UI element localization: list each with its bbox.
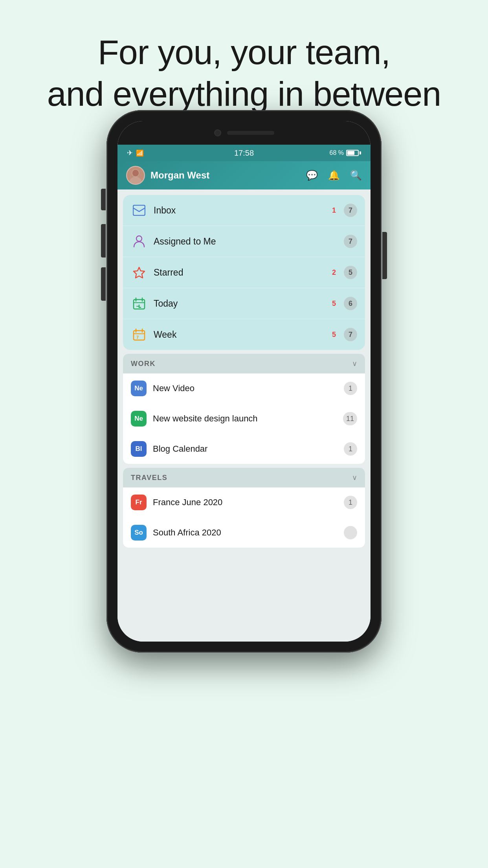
starred-label: Starred xyxy=(154,267,327,278)
new-website-count: 11 xyxy=(343,412,357,425)
status-left: ✈ 📶 xyxy=(127,149,144,157)
chat-icon[interactable]: 💬 xyxy=(306,170,318,181)
section-work: WORK ∨ Ne New Video 1 Ne xyxy=(123,354,365,464)
phone-screen: ✈ 📶 17:58 68 % xyxy=(117,121,371,642)
work-section-title: WORK xyxy=(131,360,156,368)
project-blog-calendar[interactable]: Bl Blog Calendar 1 xyxy=(123,434,365,464)
status-right: 68 % xyxy=(330,149,361,156)
blog-calendar-name: Blog Calendar xyxy=(153,444,344,454)
user-avatar[interactable] xyxy=(126,166,145,185)
headline-line1: For you, your team, xyxy=(98,33,390,72)
starred-badge-red: 2 xyxy=(327,266,341,279)
phone-button-mute xyxy=(101,189,106,210)
battery-percent: 68 % xyxy=(330,149,344,156)
battery-body xyxy=(346,150,359,156)
project-france-june[interactable]: Fr France June 2020 1 xyxy=(123,487,365,518)
travels-section-title: TRAVELS xyxy=(131,474,167,482)
assigned-icon xyxy=(131,233,147,250)
travels-section-header[interactable]: TRAVELS ∨ xyxy=(123,468,365,487)
assigned-badges: 7 xyxy=(344,235,357,248)
svg-text:7: 7 xyxy=(136,335,139,340)
smart-list-starred[interactable]: Starred 2 5 xyxy=(123,257,365,288)
page-background: For you, your team, and everything in be… xyxy=(0,0,488,868)
smart-lists-card: Inbox 1 7 xyxy=(123,195,365,350)
wifi-icon: 📶 xyxy=(136,149,144,157)
smart-list-today[interactable]: Today 5 6 xyxy=(123,288,365,319)
inbox-label: Inbox xyxy=(154,205,327,216)
inbox-icon xyxy=(131,202,147,219)
work-chevron-icon[interactable]: ∨ xyxy=(352,359,357,368)
today-label: Today xyxy=(154,298,327,309)
starred-badges: 2 5 xyxy=(327,266,357,279)
work-section-header[interactable]: WORK ∨ xyxy=(123,354,365,373)
south-africa-avatar: So xyxy=(131,525,147,541)
assigned-badge-gray: 7 xyxy=(344,235,357,248)
phone-outer: ✈ 📶 17:58 68 % xyxy=(106,110,382,653)
blog-calendar-count: 1 xyxy=(344,442,357,456)
inbox-badges: 1 7 xyxy=(327,204,357,217)
assigned-label: Assigned to Me xyxy=(154,236,344,247)
section-travels: TRAVELS ∨ Fr France June 2020 1 xyxy=(123,468,365,548)
new-website-name: New website design launch xyxy=(153,414,343,424)
airplane-mode-icon: ✈ xyxy=(127,149,133,157)
battery-fill xyxy=(347,151,354,155)
smart-list-inbox[interactable]: Inbox 1 7 xyxy=(123,195,365,226)
south-africa-name: South Africa 2020 xyxy=(153,528,344,538)
user-name: Morgan West xyxy=(150,170,306,181)
week-label: Week xyxy=(154,329,327,340)
france-june-name: France June 2020 xyxy=(153,497,344,508)
project-south-africa[interactable]: So South Africa 2020 xyxy=(123,518,365,548)
status-bar: ✈ 📶 17:58 68 % xyxy=(117,145,371,161)
new-website-avatar: Ne xyxy=(131,411,147,427)
front-camera xyxy=(214,129,221,136)
today-icon xyxy=(131,295,147,312)
project-new-video[interactable]: Ne New Video 1 xyxy=(123,373,365,404)
blog-calendar-avatar: Bl xyxy=(131,441,147,457)
smart-list-assigned[interactable]: Assigned to Me 7 xyxy=(123,226,365,257)
phone-button-power xyxy=(382,232,387,279)
inbox-badge-gray: 7 xyxy=(344,204,357,217)
starred-icon xyxy=(131,264,147,281)
phone-button-volume-down xyxy=(101,267,106,301)
search-icon[interactable]: 🔍 xyxy=(350,170,362,181)
phone-notch xyxy=(117,121,371,145)
today-badge-red: 5 xyxy=(327,297,341,310)
new-video-count: 1 xyxy=(344,382,357,395)
inbox-badge-red: 1 xyxy=(327,204,341,217)
south-africa-count xyxy=(344,526,357,539)
new-video-name: New Video xyxy=(153,383,344,394)
battery-tip xyxy=(360,151,361,154)
bell-icon[interactable]: 🔔 xyxy=(328,170,340,181)
header-icons: 💬 🔔 🔍 xyxy=(306,170,362,181)
week-badge-gray: 7 xyxy=(344,328,357,341)
today-badge-gray: 6 xyxy=(344,297,357,310)
france-june-avatar: Fr xyxy=(131,495,147,510)
project-new-website[interactable]: Ne New website design launch 11 xyxy=(123,404,365,434)
phone-frame: ✈ 📶 17:58 68 % xyxy=(106,110,382,653)
travels-chevron-icon[interactable]: ∨ xyxy=(352,473,357,482)
svg-point-0 xyxy=(129,177,142,184)
starred-badge-gray: 5 xyxy=(344,266,357,279)
today-badges: 5 6 xyxy=(327,297,357,310)
week-badge-red: 5 xyxy=(327,328,341,341)
svg-point-2 xyxy=(132,170,139,177)
app-header: Morgan West 💬 🔔 🔍 xyxy=(117,161,371,189)
phone-button-volume-up xyxy=(101,224,106,257)
week-badges: 5 7 xyxy=(327,328,357,341)
week-icon: 7 xyxy=(131,326,147,343)
headline-line2: and everything in between xyxy=(47,74,441,113)
france-june-count: 1 xyxy=(344,496,357,509)
phone-speaker xyxy=(227,131,274,135)
svg-rect-3 xyxy=(133,205,145,215)
app-content: Inbox 1 7 xyxy=(117,189,371,642)
svg-point-4 xyxy=(136,236,142,241)
svg-marker-5 xyxy=(134,267,145,278)
svg-rect-11 xyxy=(134,331,145,340)
new-video-avatar: Ne xyxy=(131,381,147,396)
battery-icon xyxy=(346,150,361,156)
smart-list-week[interactable]: 7 Week 5 7 xyxy=(123,319,365,350)
status-time: 17:58 xyxy=(234,149,254,158)
